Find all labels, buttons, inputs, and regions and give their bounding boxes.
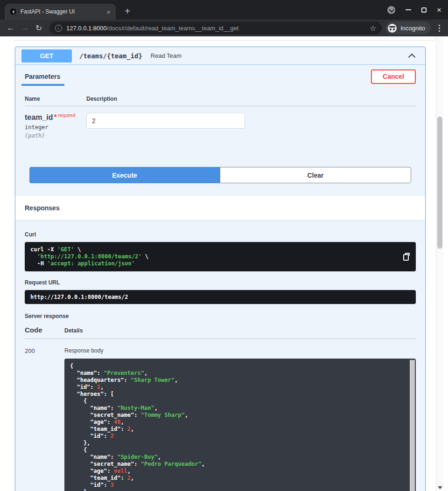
table-header-row: Name Description	[25, 96, 416, 106]
operation-summary: Read Team	[151, 52, 409, 59]
site-info-icon[interactable]: i	[55, 25, 62, 32]
response-scrollbar[interactable]	[410, 360, 415, 491]
curl-label: Curl	[25, 231, 416, 238]
responses-header: Responses	[15, 196, 425, 220]
request-url-block: http://127.0.0.1:8000/teams/2	[25, 290, 416, 304]
server-response-label: Server response	[25, 313, 416, 319]
request-url-text: http://127.0.0.1:8000/teams/2	[30, 294, 410, 301]
execute-row: Execute Clear	[29, 167, 411, 183]
bookmark-star-icon[interactable]: ☆	[370, 24, 376, 33]
parameters-table: Name Description team_id*required intege…	[15, 88, 425, 139]
responses-body: Curl curl -X 'GET' \ 'http://127.0.0.1:8…	[15, 220, 425, 491]
status-code: 200	[25, 347, 64, 491]
team-id-input[interactable]	[86, 113, 245, 129]
operation-path: /teams/{team_id}	[79, 52, 142, 60]
page-scrollbar-thumb[interactable]	[437, 117, 442, 249]
browser-toolbar: ← → ↻ i 127.0.0.1:8000/docs#/default/rea…	[0, 20, 448, 36]
execute-button[interactable]: Execute	[29, 167, 220, 183]
incognito-label: Incognito	[400, 25, 425, 32]
response-body-json: { "name": "Preventers", "headquarters": …	[70, 363, 410, 491]
tab-close-icon[interactable]: ×	[104, 8, 113, 16]
opblock-summary[interactable]: GET /teams/{team_id} Read Team	[15, 47, 425, 65]
swagger-page: GET /teams/{team_id} Read Team Parameter…	[0, 36, 448, 491]
parameter-meta: team_id*required integer (path)	[25, 113, 86, 139]
parameter-value-cell	[86, 113, 245, 139]
url-text[interactable]: 127.0.0.1:8000/docs#/default/read_team_t…	[66, 25, 366, 32]
parameters-section-header: Parameters Cancel	[15, 65, 425, 88]
response-scrollbar-thumb[interactable]	[410, 360, 415, 491]
curl-command-block[interactable]: curl -X 'GET' \ 'http://127.0.0.1:8000/t…	[25, 242, 416, 271]
method-badge: GET	[21, 49, 72, 62]
page-scrollbar[interactable]	[436, 36, 443, 491]
fastapi-logo-icon	[9, 8, 17, 15]
response-row: 200 Response body { "name": "Preventers"…	[25, 339, 416, 491]
tab-title: FastAPI - Swagger UI	[21, 8, 104, 15]
curl-command-text: curl -X 'GET' \ 'http://127.0.0.1:8000/t…	[30, 246, 410, 267]
back-button[interactable]: ←	[4, 21, 18, 35]
incognito-icon	[388, 24, 397, 33]
divider	[14, 40, 434, 41]
required-star: *	[54, 113, 56, 121]
response-table-header: Code Details	[25, 326, 416, 339]
code-column-header: Code	[25, 326, 64, 334]
request-url-label: Request URL	[25, 279, 416, 286]
browser-tab[interactable]: FastAPI - Swagger UI ×	[5, 4, 116, 20]
parameter-location: (path)	[25, 132, 86, 139]
parameter-name: team_id*required	[25, 113, 86, 122]
address-bar[interactable]: i 127.0.0.1:8000/docs#/default/read_team…	[49, 21, 382, 35]
reload-button[interactable]: ↻	[32, 21, 46, 35]
browser-menu-icon[interactable]	[434, 25, 444, 32]
browser-status-icon[interactable]	[387, 6, 395, 14]
new-tab-button[interactable]: +	[121, 5, 133, 17]
required-label: required	[58, 113, 76, 118]
collapse-chevron-icon[interactable]	[408, 54, 416, 61]
url-path: /docs#/default/read_team_teams__team_id_…	[107, 25, 239, 32]
response-body-label: Response body	[64, 347, 416, 354]
column-description-header: Description	[86, 96, 117, 102]
parameter-type: integer	[25, 124, 86, 131]
incognito-badge: Incognito	[385, 21, 431, 35]
clear-button[interactable]: Clear	[220, 167, 411, 183]
browser-window: FastAPI - Swagger UI × + × ← → ↻ i 127.0…	[0, 0, 448, 491]
copy-icon[interactable]	[401, 252, 412, 262]
maximize-button[interactable]	[421, 7, 427, 13]
parameters-title: Parameters	[25, 73, 60, 80]
active-tab-underline	[21, 84, 64, 86]
minimize-button[interactable]	[406, 9, 411, 10]
forward-button[interactable]: →	[18, 21, 32, 35]
cancel-button[interactable]: Cancel	[371, 69, 416, 84]
responses-title: Responses	[25, 204, 60, 212]
titlebar: FastAPI - Swagger UI × + ×	[0, 0, 448, 20]
column-name-header: Name	[25, 96, 86, 102]
window-controls: ×	[387, 0, 441, 20]
scroll-down-icon[interactable]	[438, 486, 442, 489]
parameter-row: team_id*required integer (path)	[25, 106, 416, 139]
close-window-button[interactable]: ×	[437, 6, 441, 14]
opblock-get-read-team: GET /teams/{team_id} Read Team Parameter…	[15, 47, 426, 491]
details-column-header: Details	[64, 327, 83, 334]
url-host: 127.0.0.1:8000	[66, 25, 107, 32]
response-details-cell: Response body { "name": "Preventers", "h…	[64, 347, 416, 491]
response-body-block[interactable]: { "name": "Preventers", "headquarters": …	[64, 359, 416, 491]
